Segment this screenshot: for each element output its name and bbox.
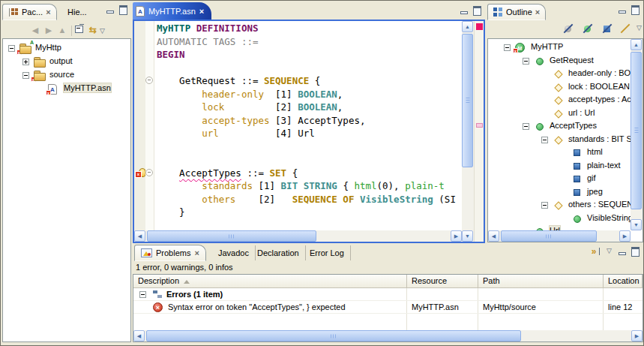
editor-vertical-scrollbar[interactable]: ▲ ▼ (462, 21, 474, 242)
tab-hierarchy[interactable]: Hie... (62, 4, 92, 20)
link-with-editor-icon[interactable]: ⇆ (86, 25, 100, 37)
view-menu-icon[interactable]: ▽ (100, 27, 105, 35)
expander-minus-icon[interactable] (504, 44, 511, 51)
editor-horizontal-scrollbar[interactable]: ◀ ▶ (134, 230, 462, 242)
column-header-location[interactable]: Location (604, 275, 643, 288)
tree-item[interactable]: Url (488, 225, 631, 230)
column-header-description[interactable]: Description (133, 275, 407, 288)
close-icon[interactable]: × (199, 8, 204, 15)
scrollbar-thumb[interactable] (631, 52, 642, 209)
tree-item[interactable]: xsource (3, 69, 130, 83)
tab-editor-myhttp[interactable]: MyHTTP.asn × (133, 2, 211, 20)
scrollbar-thumb[interactable] (147, 230, 316, 242)
scroll-right-icon[interactable]: ▶ (451, 230, 462, 242)
column-header-path[interactable]: Path (478, 275, 604, 288)
scroll-up-icon[interactable]: ▲ (462, 21, 473, 32)
scroll-left-icon[interactable]: ◀ (488, 230, 499, 242)
scrollbar-thumb[interactable] (146, 330, 521, 341)
tree-item[interactable]: GetRequest (488, 55, 631, 68)
tab-error-log[interactable]: Error Log (304, 245, 351, 260)
expander-minus-icon[interactable] (541, 202, 548, 209)
back-icon[interactable]: ◀ (28, 25, 42, 37)
outline-vertical-scrollbar[interactable]: ▲ ▼ (631, 39, 643, 230)
close-icon[interactable]: × (535, 8, 540, 16)
tree-item[interactable]: standards : BIT STRING (488, 134, 631, 147)
minimize-icon[interactable] (459, 5, 469, 15)
minimize-icon[interactable] (617, 5, 628, 14)
editor-code-area[interactable]: MyHTTP DEFINITIONSAUTOMATIC TAGS ::=BEGI… (154, 21, 462, 230)
minimize-icon[interactable] (617, 246, 628, 256)
fold-minus-icon[interactable] (145, 169, 153, 176)
error-overlay-icon: x (31, 77, 36, 82)
hide-values-icon[interactable] (601, 23, 613, 35)
hide-fields-icon[interactable] (619, 23, 631, 35)
tab-problems[interactable]: Problems × (134, 245, 206, 261)
view-menu-icon[interactable]: ▽ (607, 246, 612, 255)
tree-item[interactable]: xMyHTTP.asn (3, 83, 130, 96)
scroll-down-icon[interactable]: ▼ (631, 219, 642, 230)
close-icon[interactable]: × (194, 249, 199, 257)
tree-item-label: jpeg (587, 187, 603, 196)
scroll-left-icon[interactable]: ◀ (133, 330, 145, 341)
forward-icon[interactable]: ▶ (42, 25, 55, 37)
tree-item[interactable]: header-only : BOOLEAN (488, 68, 631, 81)
tree-item[interactable]: plain-text (488, 160, 631, 173)
sort-icon[interactable] (562, 23, 574, 35)
filter-icon[interactable]: » (587, 246, 601, 257)
expander-minus-icon[interactable] (139, 291, 146, 298)
maximize-icon[interactable] (630, 5, 640, 14)
close-icon[interactable]: × (46, 8, 50, 16)
maximize-icon[interactable] (472, 5, 482, 15)
expander-minus-icon[interactable] (8, 45, 15, 52)
tree-item[interactable]: jpeg (488, 186, 631, 200)
scroll-left-icon[interactable]: ◀ (134, 230, 145, 242)
problems-group-row[interactable]: Errors (1 item) (133, 288, 643, 301)
fold-minus-icon[interactable] (145, 77, 153, 84)
column-header-resource[interactable]: Resource (407, 275, 478, 288)
maximize-icon[interactable] (118, 5, 128, 14)
problems-window-buttons (617, 246, 640, 256)
scroll-down-icon[interactable]: ▼ (462, 230, 473, 242)
scrollbar-thumb[interactable] (462, 34, 473, 167)
expander-minus-icon[interactable] (22, 72, 29, 79)
scroll-right-icon[interactable]: ▶ (619, 230, 631, 242)
expander-minus-icon[interactable] (523, 123, 529, 130)
problems-horizontal-scrollbar[interactable]: ◀ ▶ (133, 330, 643, 341)
up-icon[interactable]: ▲ (55, 25, 69, 37)
hide-types-icon[interactable] (582, 23, 594, 35)
tree-item[interactable]: others : SEQUENCE OF (488, 199, 631, 212)
tab-javadoc[interactable]: Javadoc (212, 245, 256, 260)
tree-item[interactable]: url : Url (488, 107, 631, 121)
tree-item[interactable]: AcceptTypes (488, 120, 631, 134)
tab-outline[interactable]: Outline × (487, 4, 546, 20)
tree-item[interactable]: html (488, 146, 631, 160)
overview-error-marker[interactable] (476, 123, 483, 128)
collapse-all-icon[interactable] (74, 23, 86, 33)
problems-error-row[interactable]: ×Syntax error on token "AcceptTypes", } … (133, 301, 643, 314)
tree-item[interactable]: AxMyHttp (3, 42, 130, 56)
scroll-up-icon[interactable]: ▲ (631, 39, 642, 50)
tree-item[interactable]: output (3, 56, 130, 69)
scrollbar-thumb[interactable] (501, 230, 597, 242)
tree-item[interactable]: gif (488, 173, 631, 186)
overview-error-indicator[interactable] (476, 23, 483, 30)
tree-item[interactable]: accept-types : AcceptTypes (488, 94, 631, 107)
errcircle-icon: × (153, 302, 163, 312)
code-token: AcceptTypes (179, 167, 241, 179)
tree-item[interactable]: lock : BOOLEAN (488, 81, 631, 95)
maximize-icon[interactable] (630, 246, 640, 256)
expander-plus-icon[interactable] (22, 59, 29, 65)
tree-item[interactable]: VisibleString (488, 212, 631, 226)
tree-item-label: url : Url (568, 108, 595, 117)
scroll-right-icon[interactable]: ▶ (631, 330, 643, 341)
tab-package-explorer-label: Pac... (22, 8, 43, 17)
tree-item[interactable]: xMyHTTP (488, 41, 631, 55)
tab-package-explorer[interactable]: Pac... × (2, 4, 57, 20)
tab-declaration[interactable]: Declaration (251, 245, 306, 260)
expander-minus-icon[interactable] (523, 58, 529, 65)
view-menu-icon[interactable]: ▽ (637, 23, 642, 32)
minimize-icon[interactable] (105, 5, 115, 14)
expander-minus-icon[interactable] (541, 137, 548, 143)
problems-table: DescriptionResourcePathLocation Errors (… (133, 274, 643, 342)
outline-horizontal-scrollbar[interactable]: ◀ ▶ (488, 230, 631, 242)
